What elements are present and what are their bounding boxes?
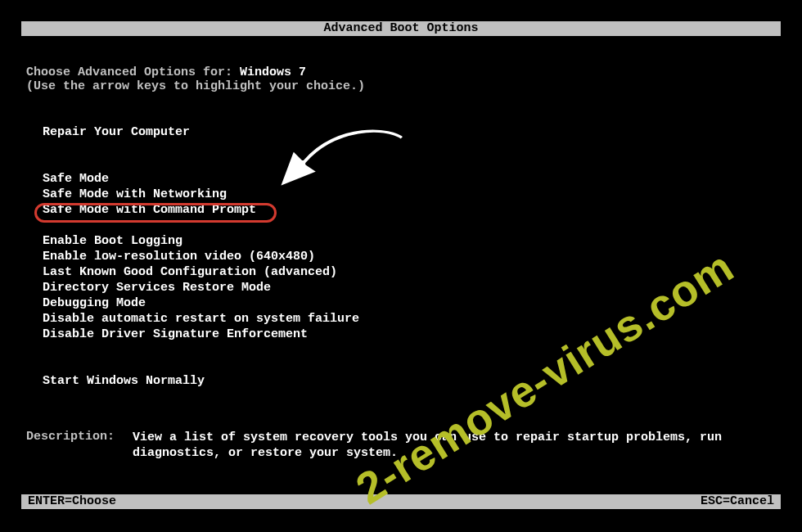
description-row: Description: View a list of system recov… [26,430,776,461]
footer-esc: ESC=Cancel [701,494,774,509]
menu-item-repair[interactable]: Repair Your Computer [43,124,776,140]
os-name: Windows 7 [240,65,306,79]
menu-item-dsrestore[interactable]: Directory Services Restore Mode [43,280,776,295]
prompt-line: Choose Advanced Options for: Windows 7 [26,65,776,79]
menu-item-debug[interactable]: Debugging Mode [43,295,776,311]
hint-line: (Use the arrow keys to highlight your ch… [26,79,776,93]
description-label: Description: [26,430,133,461]
menu-item-safemode-net[interactable]: Safe Mode with Networking [43,187,776,202]
prompt-prefix: Choose Advanced Options for: [26,65,240,79]
menu-item-safemode-cmd[interactable]: Safe Mode with Command Prompt [43,202,776,218]
boot-menu[interactable]: Repair Your Computer Safe Mode Safe Mode… [43,124,776,389]
content-area: Choose Advanced Options for: Windows 7 (… [26,65,776,389]
menu-item-noautoreboot[interactable]: Disable automatic restart on system fail… [43,311,776,327]
menu-item-normal[interactable]: Start Windows Normally [43,373,776,389]
menu-item-bootlog[interactable]: Enable Boot Logging [43,233,776,249]
title-text: Advanced Boot Options [323,21,478,35]
footer-enter: ENTER=Choose [28,494,116,509]
title-bar: Advanced Boot Options [21,21,781,36]
menu-item-nosig[interactable]: Disable Driver Signature Enforcement [43,327,776,342]
description-text: View a list of system recovery tools you… [133,430,776,461]
footer-bar: ENTER=Choose ESC=Cancel [21,494,781,509]
menu-item-lastknown[interactable]: Last Known Good Configuration (advanced) [43,264,776,280]
menu-item-safemode[interactable]: Safe Mode [43,171,776,187]
menu-item-lowres[interactable]: Enable low-resolution video (640x480) [43,249,776,264]
